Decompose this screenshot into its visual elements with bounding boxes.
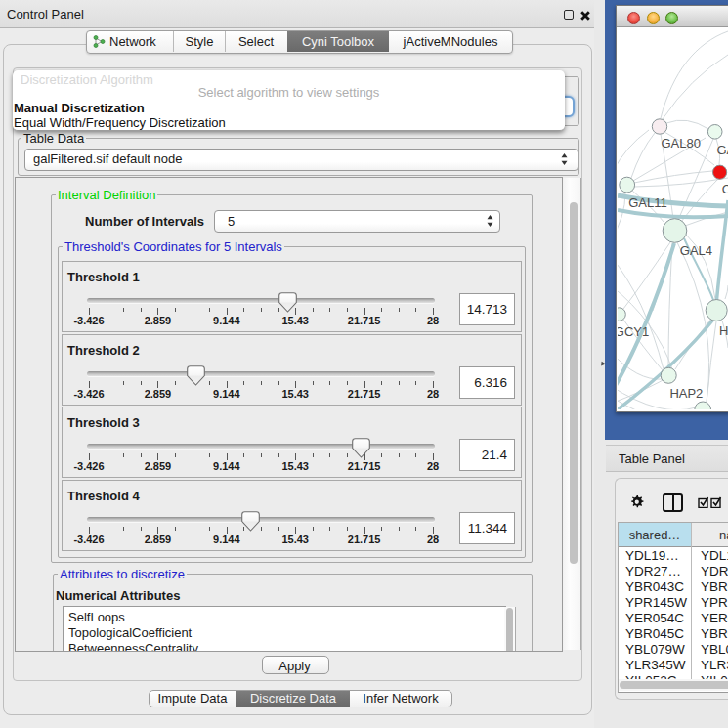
svg-text:HAP2: HAP2	[669, 386, 703, 401]
svg-text:GAL80: GAL80	[662, 136, 701, 150]
svg-text:GCY1: GCY1	[618, 324, 649, 339]
svg-text:GA: GA	[716, 143, 728, 157]
svg-text:C: C	[722, 182, 728, 196]
svg-text:GAL11: GAL11	[628, 195, 667, 210]
svg-text:H: H	[719, 323, 728, 338]
svg-text:GAL4: GAL4	[680, 243, 712, 258]
